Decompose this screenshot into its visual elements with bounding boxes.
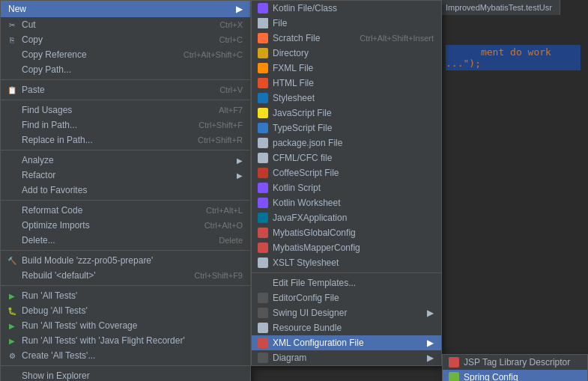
spring-config-icon — [449, 372, 459, 381]
submenu-item-kotlin-class[interactable]: Kotlin File/Class — [252, 1, 441, 16]
submenu-item-xml-config[interactable]: XML Configuration File ▶ — [252, 335, 441, 350]
submenu-item-kotlin-script[interactable]: Kotlin Script — [252, 180, 441, 195]
submenu-item-html[interactable]: HTML File — [252, 76, 441, 91]
menu-item-create[interactable]: ⚙ Create 'All Tests'... — [1, 348, 250, 363]
divider-4 — [1, 200, 250, 201]
submenu-item-resource-bundle[interactable]: Resource Bundle — [252, 320, 441, 335]
submenu-item-scratch-shortcut: Ctrl+Alt+Shift+Insert — [360, 34, 434, 43]
submenu-item-stylesheet-label: Stylesheet — [273, 93, 315, 103]
menu-item-find-usages-label: Find Usages — [22, 105, 72, 115]
mybatis-mapper-icon — [258, 243, 268, 253]
menu-item-paste-label: Paste — [22, 85, 45, 95]
xml-submenu-item-jsp[interactable]: JSP Tag Library Descriptor — [443, 355, 587, 370]
submenu-item-editorconfig[interactable]: EditorConfig File — [252, 290, 441, 305]
menu-item-copy-shortcut: Ctrl+C — [219, 35, 243, 44]
submenu-item-javascript[interactable]: JavaScript File — [252, 106, 441, 121]
menu-item-copy-ref-label: Copy Reference — [22, 49, 87, 60]
submenu-item-cfml[interactable]: CFML/CFC file — [252, 150, 441, 165]
menu-item-copy-reference[interactable]: Copy Reference Ctrl+Alt+Shift+C — [1, 47, 250, 62]
menu-item-cut-label: Cut — [22, 19, 36, 30]
menu-item-build-label: Build Module 'zzz-pro05-prepare' — [22, 255, 153, 266]
submenu-item-typescript[interactable]: TypeScript File — [252, 121, 441, 135]
fxml-file-icon — [258, 63, 268, 73]
submenu-item-stylesheet[interactable]: Stylesheet — [252, 91, 441, 106]
menu-item-analyze[interactable]: Analyze ▶ — [1, 153, 250, 168]
submenu-item-kotlin-script-label: Kotlin Script — [273, 183, 321, 193]
delete-icon — [7, 235, 17, 246]
menu-item-replace-path[interactable]: Replace in Path... Ctrl+Shift+R — [1, 132, 250, 147]
submenu-item-diagram[interactable]: Diagram ▶ — [252, 350, 441, 365]
jfr-icon: ▶ — [7, 335, 17, 346]
menu-item-add-favorites-label: Add to Favorites — [22, 185, 87, 195]
menu-item-add-favorites[interactable]: Add to Favorites — [1, 183, 250, 198]
refactor-icon — [7, 170, 17, 180]
xml-submenu: JSP Tag Library Descriptor Spring Config — [442, 354, 588, 381]
submenu-item-mybatis-mapper-label: MybatisMapperConfig — [273, 243, 360, 253]
js-file-icon — [258, 108, 268, 118]
menu-item-show-explorer[interactable]: Show in Explorer — [1, 368, 250, 381]
menu-item-find-path[interactable]: Find in Path... Ctrl+Shift+F — [1, 118, 250, 132]
menu-item-show-explorer-label: Show in Explorer — [22, 371, 90, 381]
submenu-item-package-json[interactable]: package.json File — [252, 135, 441, 150]
menu-item-cut[interactable]: ✂ Cut Ctrl+X — [1, 17, 250, 32]
menu-item-replace-path-shortcut: Ctrl+Shift+R — [198, 135, 243, 144]
editorconfig-icon — [258, 293, 268, 303]
submenu-item-fxml[interactable]: FXML File — [252, 61, 441, 76]
menu-item-reformat[interactable]: Reformat Code Ctrl+Alt+L — [1, 203, 250, 218]
css-file-icon — [258, 93, 268, 103]
submenu-item-editorconfig-label: EditorConfig File — [273, 293, 339, 303]
submenu-item-edit-templates-label: Edit File Templates... — [273, 278, 356, 288]
submenu-item-file[interactable]: File — [252, 16, 441, 31]
code-text — [446, 46, 481, 58]
menu-item-run-jfr-label: Run 'All Tests' with 'Java Flight Record… — [22, 335, 185, 346]
submenu-item-javafx[interactable]: JavaFXApplication — [252, 210, 441, 225]
swing-arrow: ▶ — [427, 308, 434, 318]
submenu-item-kotlin-worksheet[interactable]: Kotlin Worksheet — [252, 195, 441, 210]
menu-item-optimize-shortcut: Ctrl+Alt+O — [204, 221, 243, 230]
menu-item-run-coverage[interactable]: ▶ Run 'All Tests' with Coverage — [1, 318, 250, 333]
debug-icon: 🐛 — [7, 305, 17, 316]
submenu-item-xslt[interactable]: XSLT Stylesheet — [252, 255, 441, 270]
xml-submenu-item-spring[interactable]: Spring Config — [443, 370, 587, 381]
menu-item-find-usages[interactable]: Find Usages Alt+F7 — [1, 103, 250, 118]
paste-icon: 📋 — [7, 85, 17, 95]
menu-header-arrow: ▶ — [236, 4, 243, 14]
submenu-item-javascript-label: JavaScript File — [273, 108, 332, 118]
submenu-item-coffeescript[interactable]: CoffeeScript File — [252, 165, 441, 180]
divider-5 — [1, 250, 250, 251]
menu-item-copy-path[interactable]: Copy Path... — [1, 62, 250, 77]
menu-item-run-jfr[interactable]: ▶ Run 'All Tests' with 'Java Flight Reco… — [1, 333, 250, 348]
menu-item-paste-shortcut: Ctrl+V — [219, 85, 243, 94]
menu-item-analyze-label: Analyze — [22, 155, 54, 165]
create-icon: ⚙ — [7, 350, 17, 361]
edit-templates-icon — [258, 278, 268, 288]
menu-item-delete-label: Delete... — [22, 235, 55, 246]
submenu-item-edit-templates[interactable]: Edit File Templates... — [252, 275, 441, 290]
menu-item-build[interactable]: 🔨 Build Module 'zzz-pro05-prepare' — [1, 253, 250, 268]
menu-item-run[interactable]: ▶ Run 'All Tests' — [1, 288, 250, 303]
submenu-item-fxml-label: FXML File — [273, 63, 313, 73]
editor-tab[interactable]: ImprovedMybatisTest.testUsr — [438, 0, 560, 15]
menu-header: New ▶ — [1, 1, 250, 17]
xslt-icon — [258, 257, 268, 268]
menu-item-refactor[interactable]: Refactor ▶ — [1, 168, 250, 183]
submenu-item-mybatis-global[interactable]: MybatisGlobalConfig — [252, 225, 441, 240]
menu-item-delete[interactable]: Delete... Delete — [1, 233, 250, 248]
menu-item-rebuild[interactable]: Rebuild '<default>' Ctrl+Shift+F9 — [1, 268, 250, 283]
submenu-item-directory[interactable]: Directory — [252, 46, 441, 61]
menu-item-paste[interactable]: 📋 Paste Ctrl+V — [1, 82, 250, 97]
submenu-item-swing[interactable]: Swing UI Designer ▶ — [252, 305, 441, 320]
submenu-item-scratch-label: Scratch File — [273, 33, 320, 43]
menu-item-debug[interactable]: 🐛 Debug 'All Tests' — [1, 303, 250, 318]
menu-item-copy[interactable]: ⎘ Copy Ctrl+C — [1, 32, 250, 47]
menu-item-rebuild-label: Rebuild '<default>' — [22, 270, 96, 281]
menu-item-find-usages-shortcut: Alt+F7 — [219, 106, 243, 115]
kotlin-script-icon — [258, 183, 268, 193]
menu-item-create-label: Create 'All Tests'... — [22, 350, 95, 361]
xml-config-arrow: ▶ — [427, 338, 434, 348]
menu-item-optimize[interactable]: Optimize Imports Ctrl+Alt+O — [1, 218, 250, 233]
directory-icon — [258, 48, 268, 58]
submenu-item-mybatis-mapper[interactable]: MybatisMapperConfig — [252, 240, 441, 255]
submenu-item-scratch[interactable]: Scratch File Ctrl+Alt+Shift+Insert — [252, 31, 441, 46]
analyze-icon — [7, 155, 17, 165]
